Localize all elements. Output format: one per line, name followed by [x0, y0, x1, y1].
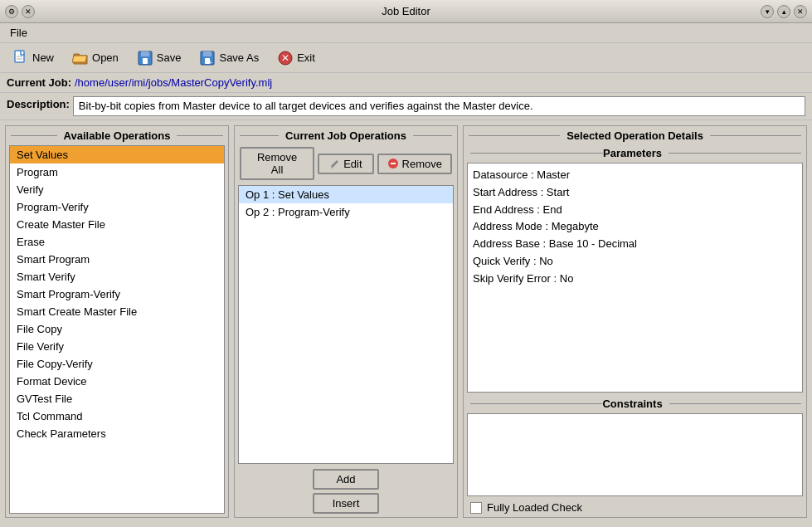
menu-bar: File	[0, 23, 812, 43]
job-op-item[interactable]: Op 2 : Program-Verify	[239, 203, 453, 221]
minimize-btn[interactable]: ▾	[761, 5, 774, 18]
exit-button[interactable]: ✕ Exit	[270, 46, 323, 70]
available-ops-header: Available Operations	[6, 126, 228, 144]
fully-loaded-label: Fully Loaded Check	[487, 501, 582, 514]
maximize-btn[interactable]: ▴	[777, 5, 790, 18]
selected-op-details-title: Selected Operation Details	[560, 129, 710, 142]
svg-rect-4	[141, 51, 149, 56]
available-op-item[interactable]: Tcl Command	[10, 407, 224, 425]
save-as-icon: +	[199, 50, 216, 66]
constraints-title: Constraints	[602, 398, 669, 410]
parameter-line: Address Base : Base 10 - Decimal	[473, 236, 797, 253]
menu-file[interactable]: File	[3, 25, 34, 41]
parameter-line: Address Mode : Megabyte	[473, 218, 797, 236]
save-button[interactable]: Save	[129, 46, 189, 70]
description-text: Bit-by-bit copies from Master device to …	[73, 96, 805, 116]
svg-rect-5	[143, 58, 148, 64]
parameter-line: Quick Verify : No	[473, 253, 797, 271]
constraints-header: Constraints	[464, 394, 806, 412]
available-op-item[interactable]: Check Parameters	[10, 425, 224, 442]
parameter-line: Skip Verify Error : No	[473, 271, 797, 288]
save-as-label: Save As	[219, 51, 259, 64]
available-op-item[interactable]: Erase	[10, 233, 224, 251]
available-op-item[interactable]: Verify	[10, 181, 224, 198]
close-btn[interactable]: ✕	[794, 5, 807, 18]
app-icon: ⚙	[5, 5, 18, 18]
description-row: Description: Bit-by-bit copies from Mast…	[0, 93, 812, 120]
current-job-ops-title: Current Job Operations	[279, 129, 413, 142]
constraints-box	[467, 413, 803, 496]
insert-button[interactable]: Insert	[313, 493, 379, 514]
current-job-row: Current Job: /home/user/imi/jobs/MasterC…	[0, 73, 812, 93]
available-op-item[interactable]: GVTest File	[10, 390, 224, 407]
operations-list[interactable]: Set ValuesProgramVerifyProgram-VerifyCre…	[10, 146, 224, 513]
job-op-item[interactable]: Op 1 : Set Values	[239, 186, 453, 203]
available-op-item[interactable]: File Copy-Verify	[10, 355, 224, 373]
main-content: Available Operations Set ValuesProgramVe…	[0, 120, 812, 523]
title-close-btn[interactable]: ✕	[22, 5, 35, 18]
toolbar: New Open Save + Save As ✕ Exit	[0, 43, 812, 73]
open-button[interactable]: Open	[65, 46, 126, 70]
exit-icon: ✕	[277, 50, 294, 66]
parameter-line: Datasource : Master	[473, 167, 797, 184]
job-ops-action-bar: Remove All Edit Remove	[235, 144, 457, 183]
available-op-item[interactable]: Set Values	[10, 146, 224, 163]
current-job-path: /home/user/imi/jobs/MasterCopyVerify.mlj	[75, 76, 272, 89]
title-bar: ⚙ ✕ Job Editor ▾ ▴ ✕	[0, 0, 812, 23]
remove-button[interactable]: Remove	[377, 154, 452, 174]
save-icon	[137, 50, 153, 66]
available-op-item[interactable]: Program	[10, 163, 224, 181]
save-as-button[interactable]: + Save As	[192, 46, 266, 70]
fully-loaded-row: Fully Loaded Check	[464, 498, 806, 517]
new-button[interactable]: New	[5, 46, 61, 70]
available-operations-panel: Available Operations Set ValuesProgramVe…	[5, 125, 229, 518]
remove-label: Remove	[402, 158, 442, 170]
available-op-item[interactable]: Program-Verify	[10, 198, 224, 216]
new-label: New	[32, 51, 54, 64]
available-ops-title: Available Operations	[57, 129, 177, 142]
title-bar-controls: ▾ ▴ ✕	[761, 5, 807, 18]
remove-all-button[interactable]: Remove All	[240, 147, 314, 180]
edit-label: Edit	[343, 158, 362, 170]
available-op-item[interactable]: Smart Create Master File	[10, 303, 224, 320]
parameter-line: Start Address : Start	[473, 184, 797, 202]
edit-button[interactable]: Edit	[318, 154, 373, 174]
available-op-item[interactable]: File Copy	[10, 320, 224, 338]
job-ops-list[interactable]: Op 1 : Set ValuesOp 2 : Program-Verify	[238, 185, 454, 464]
open-label: Open	[92, 51, 119, 64]
available-op-item[interactable]: Format Device	[10, 373, 224, 390]
available-op-item[interactable]: Create Master File	[10, 216, 224, 233]
new-icon	[12, 50, 29, 66]
parameter-line: End Address : End	[473, 202, 797, 219]
description-label: Description:	[7, 96, 70, 110]
current-job-ops-panel: Current Job Operations Remove All Edit R…	[234, 125, 458, 518]
available-op-item[interactable]: Smart Program	[10, 251, 224, 268]
available-op-item[interactable]: File Verify	[10, 338, 224, 355]
parameters-header: Parameters	[464, 144, 806, 161]
svg-text:✕: ✕	[281, 52, 289, 64]
current-job-ops-header: Current Job Operations	[235, 126, 457, 144]
add-insert-buttons: Add Insert	[235, 466, 457, 517]
fully-loaded-checkbox[interactable]	[470, 502, 482, 514]
window-title: Job Editor	[382, 5, 430, 17]
current-job-label: Current Job:	[7, 76, 71, 89]
svg-text:+: +	[208, 59, 212, 66]
save-label: Save	[157, 51, 182, 64]
selected-op-details-header: Selected Operation Details	[464, 126, 806, 144]
exit-label: Exit	[297, 51, 315, 64]
open-icon	[72, 50, 89, 66]
available-op-item[interactable]: Smart Program-Verify	[10, 285, 224, 303]
parameters-title: Parameters	[603, 147, 669, 159]
selected-operation-details-panel: Selected Operation Details Parameters Da…	[463, 125, 807, 518]
parameters-box: Datasource : MasterStart Address : Start…	[467, 163, 803, 393]
svg-rect-7	[203, 51, 212, 56]
operations-list-container: Set ValuesProgramVerifyProgram-VerifyCre…	[9, 145, 225, 514]
available-op-item[interactable]: Smart Verify	[10, 268, 224, 285]
add-button[interactable]: Add	[313, 469, 379, 490]
title-bar-left: ⚙ ✕	[5, 5, 35, 18]
